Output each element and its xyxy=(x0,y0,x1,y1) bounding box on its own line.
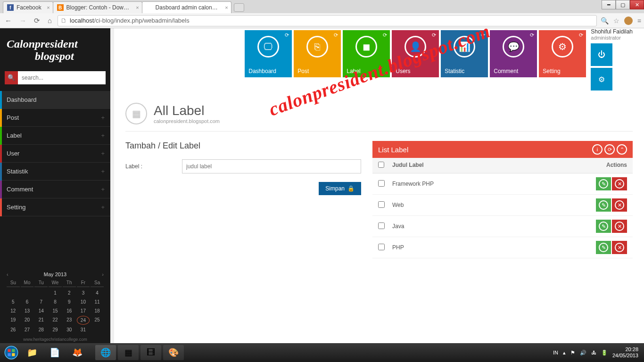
taskbar-item-media[interactable]: 🎞 xyxy=(140,345,161,360)
tile-statistic[interactable]: ⟳📊Statistic xyxy=(441,30,488,77)
calendar-day[interactable]: 18 xyxy=(91,307,104,315)
back-button[interactable]: ← xyxy=(3,16,14,25)
taskbar-item-chrome[interactable]: 🌐 xyxy=(95,345,116,360)
tray-battery-icon[interactable]: 🔋 xyxy=(601,350,608,356)
tile-users[interactable]: ⟳👤Users xyxy=(392,30,439,77)
taskbar-item-explorer[interactable]: 📁 xyxy=(22,345,42,360)
new-tab-button[interactable] xyxy=(234,3,244,12)
calendar-day[interactable]: 8 xyxy=(49,298,62,306)
calendar-day[interactable]: 11 xyxy=(91,298,104,306)
calendar-day[interactable]: 23 xyxy=(63,316,76,325)
calendar-day[interactable]: 15 xyxy=(49,307,62,315)
taskbar-item-paint[interactable]: 🎨 xyxy=(163,345,184,360)
window-close-button[interactable]: ✕ xyxy=(630,0,644,9)
sidebar-item-post[interactable]: Post+ xyxy=(0,109,110,127)
calendar-day[interactable]: 24 xyxy=(77,316,90,325)
power-button[interactable]: ⏻ xyxy=(591,43,612,66)
label-input[interactable] xyxy=(182,159,361,173)
extension-icon[interactable] xyxy=(624,16,633,25)
tab-close-icon[interactable]: × xyxy=(47,5,50,10)
delete-button[interactable]: ✕ xyxy=(612,177,627,190)
sidebar-item-user[interactable]: User+ xyxy=(0,145,110,163)
calendar-day[interactable]: 10 xyxy=(77,298,90,306)
calendar-day[interactable]: 26 xyxy=(7,326,20,334)
tile-dashboard[interactable]: ⟳🖵Dashboard xyxy=(245,30,292,77)
home-button[interactable]: ⌂ xyxy=(46,16,54,25)
browser-tab[interactable]: BBlogger: Contoh - Downlo× xyxy=(53,1,142,13)
tab-close-icon[interactable]: × xyxy=(136,5,139,10)
sidebar-item-setting[interactable]: Setting+ xyxy=(0,198,110,216)
calendar-day[interactable]: 6 xyxy=(21,298,34,306)
sidebar-item-statistik[interactable]: Statistik+ xyxy=(0,163,110,181)
sidebar-item-dashboard[interactable]: Dashboard xyxy=(0,91,110,109)
tile-setting[interactable]: ⟳⚙Setting xyxy=(539,30,586,77)
tray-flag-icon[interactable]: ⚑ xyxy=(570,350,575,356)
info-icon[interactable]: i xyxy=(592,144,603,155)
tile-label[interactable]: ⟳◼Label xyxy=(343,30,390,77)
sidebar-item-label[interactable]: Label+ xyxy=(0,127,110,145)
calendar-day[interactable]: 1 xyxy=(49,289,62,297)
browser-tab[interactable]: fFacebook× xyxy=(3,1,53,13)
collapse-icon[interactable]: ⌃ xyxy=(617,144,627,155)
search-input[interactable] xyxy=(18,71,106,84)
browser-tab[interactable]: XDasboard admin calonpre× xyxy=(142,1,231,13)
url-bar[interactable]: 🗋 localhost/ci-blog/index.php/webadmin/l… xyxy=(58,15,597,26)
calendar-day[interactable]: 31 xyxy=(77,326,90,334)
delete-button[interactable]: ✕ xyxy=(612,220,627,233)
window-minimize-button[interactable]: ━ xyxy=(602,0,616,9)
settings-button[interactable]: ⚙ xyxy=(591,68,612,90)
calendar-day[interactable]: 9 xyxy=(63,298,76,306)
calendar-day[interactable]: 29 xyxy=(49,326,62,334)
calendar-next-button[interactable]: › xyxy=(102,272,104,277)
calendar-day[interactable]: 12 xyxy=(7,307,20,315)
calendar-day[interactable]: 20 xyxy=(21,316,34,325)
calendar-day[interactable]: 19 xyxy=(7,316,20,325)
search-button[interactable]: 🔍 xyxy=(5,71,18,84)
row-checkbox[interactable] xyxy=(378,222,385,229)
calendar-day[interactable]: 5 xyxy=(7,298,20,306)
tray-show-hidden-icon[interactable]: ▴ xyxy=(563,350,566,356)
select-all-checkbox[interactable] xyxy=(378,162,384,168)
calendar-day[interactable]: 2 xyxy=(63,289,76,297)
calendar-day[interactable]: 14 xyxy=(34,307,48,315)
tray-network-icon[interactable]: 🖧 xyxy=(591,350,596,355)
tab-close-icon[interactable]: × xyxy=(225,5,228,10)
calendar-day[interactable]: 13 xyxy=(21,307,34,315)
calendar-day[interactable]: 21 xyxy=(34,316,48,325)
save-button[interactable]: Simpan 🔒 xyxy=(319,182,361,195)
menu-icon[interactable]: ≡ xyxy=(637,17,641,25)
edit-button[interactable]: ✎ xyxy=(596,220,611,233)
edit-button[interactable]: ✎ xyxy=(596,241,611,254)
tray-volume-icon[interactable]: 🔊 xyxy=(580,350,586,356)
taskbar-item-app[interactable]: ▦ xyxy=(118,345,139,360)
delete-button[interactable]: ✕ xyxy=(612,198,627,212)
tray-clock[interactable]: 20:28 24/05/2013 xyxy=(612,346,638,359)
calendar-day[interactable]: 25 xyxy=(91,316,104,325)
calendar-day[interactable]: 22 xyxy=(49,316,62,325)
calendar-day[interactable]: 7 xyxy=(34,298,48,306)
tile-comment[interactable]: ⟳💬Comment xyxy=(490,30,537,77)
delete-button[interactable]: ✕ xyxy=(612,241,627,254)
reload-button[interactable]: ⟳ xyxy=(32,16,42,26)
tile-post[interactable]: ⟳⎘Post xyxy=(294,30,341,77)
taskbar-item-firefox[interactable]: 🦊 xyxy=(67,345,88,360)
calendar-day[interactable]: 3 xyxy=(77,289,90,297)
calendar-day[interactable]: 16 xyxy=(63,307,76,315)
calendar-day[interactable]: 27 xyxy=(21,326,34,334)
forward-button[interactable]: → xyxy=(17,16,28,25)
calendar-day[interactable]: 4 xyxy=(91,289,104,297)
zoom-icon[interactable]: 🔍 xyxy=(601,17,609,25)
start-button[interactable] xyxy=(2,345,21,360)
edit-button[interactable]: ✎ xyxy=(596,177,611,190)
calendar-day[interactable]: 30 xyxy=(63,326,76,334)
edit-button[interactable]: ✎ xyxy=(596,198,611,212)
calendar-prev-button[interactable]: ‹ xyxy=(7,272,8,277)
bookmark-icon[interactable]: ☆ xyxy=(613,17,619,25)
row-checkbox[interactable] xyxy=(378,201,385,208)
window-maximize-button[interactable]: ▢ xyxy=(616,0,630,9)
sidebar-item-comment[interactable]: Comment+ xyxy=(0,181,110,198)
refresh-icon[interactable]: ⟳ xyxy=(604,144,615,155)
calendar-day[interactable]: 28 xyxy=(34,326,48,334)
calendar-day[interactable]: 17 xyxy=(77,307,90,315)
taskbar-item-notepad[interactable]: 📄 xyxy=(44,345,65,360)
